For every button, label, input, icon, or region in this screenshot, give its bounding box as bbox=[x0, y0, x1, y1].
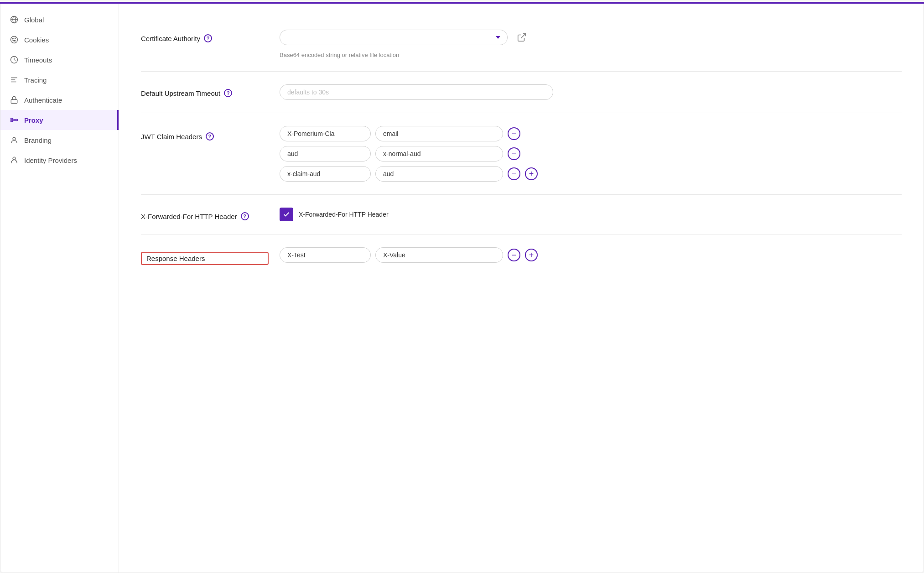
jwt-claim-headers-label: JWT Claim Headers ? bbox=[141, 126, 269, 141]
response-headers-row-1: − + bbox=[280, 247, 902, 263]
jwt-key-input-3[interactable] bbox=[280, 166, 371, 182]
sidebar-item-branding[interactable]: Branding bbox=[0, 130, 119, 150]
sidebar-item-tracing[interactable]: Tracing bbox=[0, 70, 119, 90]
response-header-key-input-1[interactable] bbox=[280, 247, 371, 263]
x-forwarded-for-checkbox[interactable] bbox=[280, 208, 293, 221]
jwt-remove-btn-1[interactable]: − bbox=[508, 127, 520, 140]
jwt-remove-btn-3[interactable]: − bbox=[508, 167, 520, 180]
sidebar-label-timeouts: Timeouts bbox=[24, 56, 52, 64]
svg-point-4 bbox=[12, 38, 13, 39]
svg-point-6 bbox=[14, 40, 15, 41]
proxy-icon bbox=[10, 115, 19, 125]
sidebar-item-cookies[interactable]: Cookies bbox=[0, 30, 119, 50]
svg-line-20 bbox=[521, 34, 525, 38]
jwt-add-btn[interactable]: + bbox=[525, 167, 538, 180]
sidebar-label-authenticate: Authenticate bbox=[24, 96, 62, 104]
jwt-key-input-2[interactable] bbox=[280, 146, 371, 161]
jwt-value-input-3[interactable] bbox=[375, 166, 503, 182]
main-content: Certificate Authority ? bbox=[119, 2, 924, 573]
jwt-claim-headers-help-icon[interactable]: ? bbox=[206, 132, 214, 141]
sidebar-label-cookies: Cookies bbox=[24, 36, 49, 44]
response-headers-row: Response Headers − + bbox=[141, 247, 902, 265]
jwt-remove-btn-2[interactable]: − bbox=[508, 147, 520, 160]
branding-icon bbox=[10, 135, 19, 145]
response-headers-label-text: Response Headers bbox=[141, 252, 269, 265]
svg-rect-12 bbox=[11, 99, 17, 103]
jwt-value-input-2[interactable] bbox=[375, 146, 503, 161]
default-upstream-timeout-section: Default Upstream Timeout ? bbox=[141, 72, 902, 113]
sidebar-label-branding: Branding bbox=[24, 136, 52, 144]
x-forwarded-for-label: X-Forwarded-For HTTP Header ? bbox=[141, 208, 269, 220]
sidebar-label-proxy: Proxy bbox=[24, 116, 43, 124]
jwt-claim-headers-row-3: − + bbox=[280, 166, 902, 182]
response-headers-content: − + bbox=[280, 247, 902, 263]
certificate-authority-label: Certificate Authority ? bbox=[141, 30, 269, 42]
x-forwarded-for-help-icon[interactable]: ? bbox=[241, 212, 249, 220]
svg-rect-15 bbox=[16, 120, 18, 121]
x-forwarded-for-section: X-Forwarded-For HTTP Header ? X-Forwarde… bbox=[141, 195, 902, 234]
sidebar-label-global: Global bbox=[24, 16, 44, 24]
response-header-add-btn[interactable]: + bbox=[525, 249, 538, 261]
svg-point-7 bbox=[13, 41, 14, 42]
svg-point-19 bbox=[13, 157, 16, 160]
certificate-authority-select-wrapper bbox=[280, 30, 508, 45]
certificate-authority-row: Certificate Authority ? bbox=[141, 30, 902, 58]
jwt-claim-headers-row: JWT Claim Headers ? − bbox=[141, 126, 902, 182]
certificate-authority-content: Base64 encoded string or relative file l… bbox=[280, 30, 902, 58]
sidebar-item-global[interactable]: Global bbox=[0, 10, 119, 30]
default-upstream-timeout-row: Default Upstream Timeout ? bbox=[141, 84, 902, 100]
sidebar: Global Cookies bbox=[0, 2, 119, 573]
sidebar-item-timeouts[interactable]: Timeouts bbox=[0, 50, 119, 70]
default-upstream-timeout-content bbox=[280, 84, 902, 100]
jwt-claim-headers-section: JWT Claim Headers ? − bbox=[141, 113, 902, 195]
default-upstream-timeout-help-icon[interactable]: ? bbox=[224, 89, 232, 97]
x-forwarded-for-checkbox-row: X-Forwarded-For HTTP Header bbox=[280, 208, 902, 221]
jwt-claim-headers-row-2: − bbox=[280, 146, 902, 161]
svg-line-17 bbox=[13, 120, 16, 121]
default-upstream-timeout-label: Default Upstream Timeout ? bbox=[141, 84, 269, 97]
certificate-authority-section: Certificate Authority ? bbox=[141, 17, 902, 72]
svg-point-18 bbox=[13, 137, 16, 140]
external-link-icon[interactable] bbox=[517, 32, 527, 42]
response-header-value-input-1[interactable] bbox=[375, 247, 503, 263]
certificate-authority-help-icon[interactable]: ? bbox=[204, 34, 212, 42]
x-forwarded-for-content: X-Forwarded-For HTTP Header bbox=[280, 208, 902, 221]
x-forwarded-for-row: X-Forwarded-For HTTP Header ? X-Forwarde… bbox=[141, 208, 902, 221]
response-headers-label: Response Headers bbox=[141, 247, 269, 265]
sidebar-label-tracing: Tracing bbox=[24, 76, 47, 84]
svg-point-3 bbox=[11, 36, 18, 43]
tracing-icon bbox=[10, 75, 19, 84]
certificate-authority-select[interactable] bbox=[280, 30, 508, 45]
sidebar-label-identity-providers: Identity Providers bbox=[24, 156, 77, 164]
x-forwarded-for-checkbox-label: X-Forwarded-For HTTP Header bbox=[299, 211, 389, 218]
jwt-value-input-1[interactable] bbox=[375, 126, 503, 141]
svg-rect-13 bbox=[11, 118, 13, 120]
response-header-remove-btn-1[interactable]: − bbox=[508, 249, 520, 261]
sidebar-item-proxy[interactable]: Proxy bbox=[0, 110, 119, 130]
svg-rect-14 bbox=[11, 120, 13, 122]
clock-icon bbox=[10, 55, 19, 64]
jwt-key-input-1[interactable] bbox=[280, 126, 371, 141]
sidebar-item-identity-providers[interactable]: Identity Providers bbox=[0, 150, 119, 170]
certificate-authority-hint: Base64 encoded string or relative file l… bbox=[280, 52, 902, 58]
response-headers-section: Response Headers − + bbox=[141, 234, 902, 278]
cookie-icon bbox=[10, 35, 19, 44]
jwt-claim-headers-row-1: − bbox=[280, 126, 902, 141]
globe-icon bbox=[10, 15, 19, 24]
jwt-claim-headers-content: − − bbox=[280, 126, 902, 182]
default-upstream-timeout-input[interactable] bbox=[280, 84, 553, 100]
svg-point-5 bbox=[15, 38, 16, 39]
sidebar-item-authenticate[interactable]: Authenticate bbox=[0, 90, 119, 110]
lock-icon bbox=[10, 95, 19, 104]
person-icon bbox=[10, 156, 19, 165]
